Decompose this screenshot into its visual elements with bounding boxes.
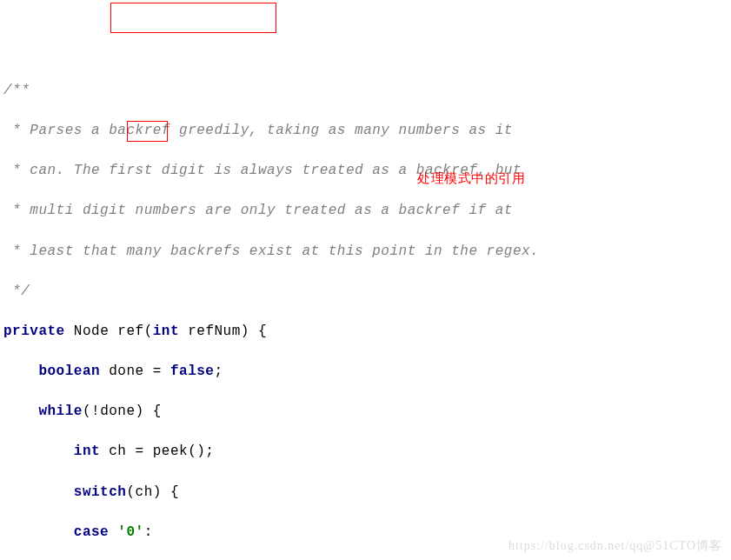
- method-name: ref: [117, 323, 143, 339]
- annotation-chinese: 处理模式中的引用: [417, 170, 525, 189]
- keyword-boolean: boolean: [38, 363, 100, 379]
- literal-false: false: [170, 363, 215, 379]
- comment-line: * Parses a backref greedily, taking as m…: [0, 121, 731, 141]
- keyword-case: case: [74, 524, 109, 540]
- comment-line: /**: [0, 81, 731, 101]
- watermark-text: https://blog.csdn.net/qq@51CTO博客: [508, 537, 722, 555]
- comment-line: * least that many backrefs exist at this…: [0, 242, 731, 262]
- keyword-int: int: [74, 443, 100, 459]
- keyword-int: int: [153, 323, 179, 339]
- keyword-switch: switch: [74, 484, 127, 500]
- type-node: Node: [74, 323, 109, 339]
- code-line[interactable]: boolean done = false;: [0, 362, 731, 382]
- param-refnum: refNum: [188, 323, 241, 339]
- comment-line: * can. The first digit is always treated…: [0, 161, 731, 181]
- red-box-backref: [110, 3, 276, 33]
- sig-end: ) {: [241, 323, 267, 339]
- code-line[interactable]: switch(ch) {: [0, 483, 731, 503]
- method-signature[interactable]: private Node ref(int refNum) {: [0, 322, 731, 342]
- code-line[interactable]: while(!done) {: [0, 402, 731, 422]
- code-line[interactable]: int ch = peek();: [0, 442, 731, 462]
- comment-text: */: [3, 283, 30, 299]
- comment-text: /**: [3, 83, 30, 98]
- var-done: done: [109, 363, 143, 379]
- char-0: '0': [117, 524, 143, 540]
- switch-expr: (ch) {: [126, 484, 179, 500]
- keyword-while: while: [38, 403, 83, 419]
- comment-text: * least that many backrefs exist at this…: [3, 243, 539, 259]
- comment-text: * Parses a backref greedily, taking as m…: [3, 123, 513, 138]
- keyword-private: private: [3, 323, 65, 339]
- var-ch: ch: [109, 443, 126, 459]
- while-cond: (!done) {: [83, 403, 162, 419]
- call-peek: peek: [153, 443, 188, 459]
- comment-text: * multi digit numbers are only treated a…: [3, 203, 513, 218]
- comment-line: * multi digit numbers are only treated a…: [0, 201, 731, 221]
- comment-line: */: [0, 282, 731, 302]
